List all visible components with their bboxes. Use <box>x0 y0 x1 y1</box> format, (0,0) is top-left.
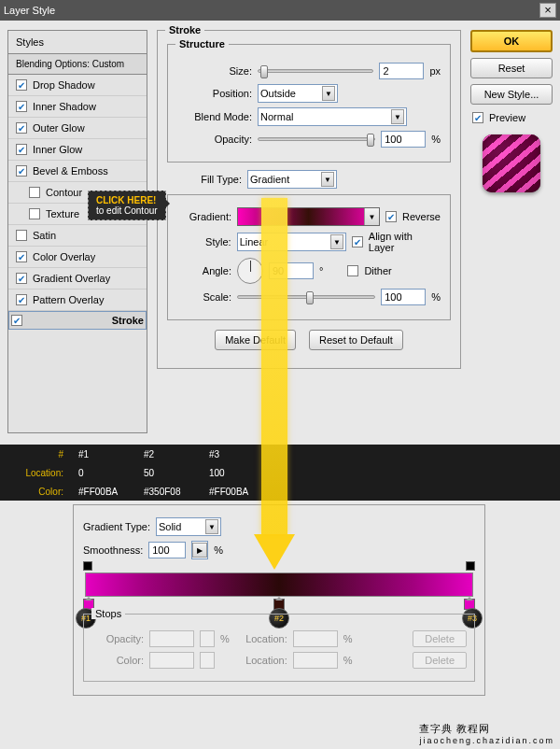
filltype-label: Fill Type: <box>167 174 242 185</box>
checkbox[interactable]: ✔ <box>16 251 27 262</box>
opacity-stop[interactable] <box>83 561 92 571</box>
window-title: Layer Style <box>4 5 55 16</box>
gradtype-label: Gradient Type: <box>83 521 150 532</box>
style-item-stroke[interactable]: ✔Stroke <box>8 311 147 330</box>
style-item-label: Inner Glow <box>33 144 82 155</box>
reverse-checkbox[interactable]: ✔ <box>385 211 397 222</box>
scale-input[interactable]: 100 <box>381 289 426 305</box>
blendmode-select[interactable]: Normal▼ <box>258 107 407 126</box>
checkbox[interactable] <box>29 187 40 198</box>
blending-options[interactable]: Blending Options: Custom <box>8 54 147 75</box>
filltype-select[interactable]: Gradient▼ <box>247 170 337 189</box>
checkbox[interactable]: ✔ <box>16 122 27 134</box>
style-item-inner-shadow[interactable]: ✔Inner Shadow <box>8 96 147 118</box>
stop-location-input <box>293 630 338 647</box>
ok-button[interactable]: OK <box>470 30 553 52</box>
checkbox[interactable] <box>29 208 40 219</box>
pct: % <box>220 633 230 644</box>
checkbox[interactable]: ✔ <box>16 273 27 284</box>
size-input[interactable]: 2 <box>379 63 424 79</box>
scale-slider[interactable] <box>237 295 375 299</box>
dither-label: Dither <box>364 265 391 276</box>
checkbox[interactable]: ✔ <box>16 294 27 305</box>
angle-label: Angle: <box>177 265 231 276</box>
smoothness-input[interactable]: 100 <box>148 542 186 558</box>
make-default-button[interactable]: Make Default <box>215 330 296 350</box>
stop-location-input <box>293 652 338 669</box>
checkbox[interactable] <box>16 230 27 241</box>
angle-input[interactable]: 90 <box>269 262 314 279</box>
style-item-inner-glow[interactable]: ✔Inner Glow <box>8 139 147 161</box>
stop-opacity-input <box>149 630 194 647</box>
style-item-bevel-emboss[interactable]: ✔Bevel & Emboss <box>8 161 147 182</box>
watermark-line1: 查字典 教程网 <box>419 722 554 736</box>
new-style-button[interactable]: New Style... <box>470 84 553 105</box>
delete-opacity-button: Delete <box>413 630 467 647</box>
stops-fieldset: Stops Opacity: % Location: % Delete Colo… <box>83 614 475 682</box>
title-bar: Layer Style × <box>0 0 560 21</box>
style-item-gradient-overlay[interactable]: ✔Gradient Overlay <box>8 268 147 290</box>
checkbox[interactable]: ✔ <box>16 165 27 177</box>
style-item-label: Stroke <box>112 315 144 326</box>
reset-button[interactable]: Reset <box>470 58 553 78</box>
chevron-right-icon: ▶ <box>192 543 207 558</box>
stop-opacity-stepper <box>200 630 215 647</box>
style-item-label: Gradient Overlay <box>33 273 110 284</box>
smoothness-stepper[interactable]: ▶ <box>191 541 208 559</box>
styles-header[interactable]: Styles <box>8 31 147 54</box>
checkbox[interactable]: ✔ <box>16 101 27 112</box>
table-row: Color:#FF00BA#350F08#FF00BA <box>0 482 560 501</box>
style-select[interactable]: Linear▼ <box>237 233 346 251</box>
style-item-label: Color Overlay <box>33 251 95 262</box>
align-label: Align with Layer <box>369 231 441 253</box>
stop-location-label: Location: <box>235 655 287 666</box>
checkbox[interactable]: ✔ <box>16 79 27 91</box>
dither-checkbox[interactable] <box>347 265 358 276</box>
preview-swatch <box>483 134 540 192</box>
style-item-satin[interactable]: Satin <box>8 225 147 247</box>
delete-color-button: Delete <box>413 652 467 669</box>
size-unit: px <box>429 65 441 77</box>
structure-fieldset: Structure Size: 2 px Position: Outside▼ … <box>167 44 451 163</box>
stop-color-swatch <box>149 652 194 669</box>
preview-checkbox[interactable]: ✔ <box>472 112 483 123</box>
gradient-table: # #1 #2 #3 Location:050100Color:#FF00BA#… <box>0 445 560 501</box>
row-head: Location: <box>0 468 71 478</box>
blendmode-label: Blend Mode: <box>177 111 252 122</box>
reset-default-button[interactable]: Reset to Default <box>309 330 403 350</box>
gradient-editor-fieldset: Gradient Type: Solid▼ Smoothness: 100 ▶ … <box>73 504 485 696</box>
chevron-down-icon: ▼ <box>364 208 379 225</box>
cell: #FF00BA <box>202 487 267 497</box>
th-3: #3 <box>202 449 267 459</box>
chevron-down-icon: ▼ <box>321 172 334 187</box>
close-icon[interactable]: × <box>539 3 556 18</box>
align-checkbox[interactable]: ✔ <box>352 236 363 247</box>
table-row: Location:050100 <box>0 463 560 482</box>
size-slider[interactable] <box>258 69 373 73</box>
opacity-slider[interactable] <box>258 137 375 141</box>
smoothness-label: Smoothness: <box>83 544 143 556</box>
style-item-color-overlay[interactable]: ✔Color Overlay <box>8 247 147 268</box>
checkbox[interactable]: ✔ <box>16 144 27 155</box>
style-item-outer-glow[interactable]: ✔Outer Glow <box>8 118 147 139</box>
dialog-body: Styles Blending Options: Custom ✔Drop Sh… <box>0 21 560 433</box>
gradtype-select[interactable]: Solid▼ <box>156 517 221 536</box>
style-item-pattern-overlay[interactable]: ✔Pattern Overlay <box>8 290 147 311</box>
cell: #350F08 <box>136 487 202 497</box>
style-item-label: Drop Shadow <box>33 79 95 91</box>
style-item-label: Contour <box>46 187 82 198</box>
checkbox[interactable]: ✔ <box>11 315 22 326</box>
position-select[interactable]: Outside▼ <box>258 84 338 103</box>
style-item-label: Inner Shadow <box>33 101 96 112</box>
gradient-fieldset: Gradient: ▼ ✔ Reverse Style: Linear▼ ✔ A… <box>167 194 451 320</box>
opacity-input[interactable]: 100 <box>381 131 426 148</box>
gradient-preview[interactable]: ▼ <box>237 207 380 226</box>
style-item-label: Outer Glow <box>33 122 85 134</box>
watermark-line2: jiaocheng.chazidian.com <box>419 736 554 745</box>
tooltip-click-here: CLICK HERE! to edit Contour <box>88 191 166 220</box>
watermark: 查字典 教程网 jiaocheng.chazidian.com <box>419 722 554 745</box>
style-item-drop-shadow[interactable]: ✔Drop Shadow <box>8 75 147 96</box>
opacity-stop[interactable] <box>466 561 475 571</box>
angle-dial[interactable] <box>237 258 263 284</box>
tooltip-line2: to edit Contour <box>96 205 158 216</box>
